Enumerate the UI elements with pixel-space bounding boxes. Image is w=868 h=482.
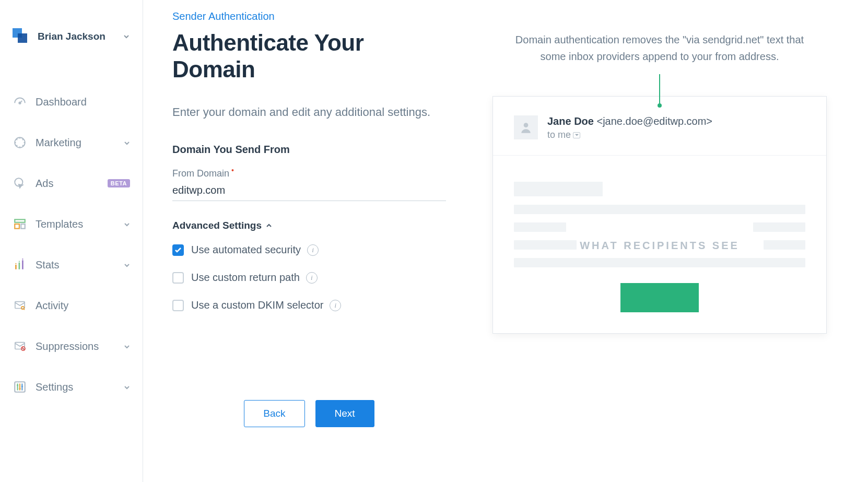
svg-point-18 [17, 384, 18, 386]
layout-icon [13, 217, 27, 231]
bar-chart-icon [13, 258, 27, 272]
skeleton-line [514, 258, 805, 267]
svg-point-22 [21, 385, 23, 387]
sidebar-item-activity[interactable]: Activity [0, 285, 143, 326]
svg-point-1 [15, 137, 25, 148]
preview-column: Domain authentication removes the "via s… [467, 10, 868, 482]
sidebar-item-settings[interactable]: Settings [0, 367, 143, 407]
checkbox-label: Use custom return path [191, 272, 300, 284]
main-nav: Dashboard Marketing Ads BETA [0, 61, 143, 407]
sidebar-item-dashboard[interactable]: Dashboard [0, 81, 143, 122]
svg-point-9 [15, 263, 16, 264]
info-icon[interactable]: i [306, 272, 318, 284]
beta-badge: BETA [108, 179, 130, 187]
sidebar-item-label: Activity [36, 300, 130, 312]
sender-email: <jane.doe@editwp.com> [597, 115, 713, 127]
info-icon[interactable]: i [330, 300, 341, 311]
svg-point-10 [19, 261, 20, 262]
mail-block-icon [13, 339, 27, 353]
sidebar-item-ads[interactable]: Ads BETA [0, 163, 143, 204]
sidebar-item-label: Ads [36, 178, 103, 190]
sidebar-item-label: Marketing [36, 137, 124, 149]
sidebar-item-templates[interactable]: Templates [0, 204, 143, 244]
advanced-settings-toggle[interactable]: Advanced Settings [172, 220, 446, 231]
option-custom-dkim: Use a custom DKIM selector i [172, 299, 446, 311]
main-content: Sender Authentication Authenticate Your … [143, 0, 868, 482]
from-domain-input[interactable] [172, 182, 446, 201]
sidebar-item-label: Templates [36, 218, 124, 230]
skeleton-line [514, 222, 566, 232]
skeleton-line [764, 240, 805, 250]
svg-rect-5 [21, 224, 25, 229]
section-label: Domain You Send From [172, 144, 446, 156]
gauge-icon [13, 95, 27, 109]
page-title: Authenticate Your Domain [172, 30, 446, 83]
mail-search-icon [13, 299, 27, 312]
option-automated-security: Use automated security i [172, 244, 446, 256]
chevron-down-icon [124, 340, 130, 352]
breadcrumb[interactable]: Sender Authentication [172, 10, 446, 22]
sidebar-item-label: Stats [36, 259, 124, 271]
back-button[interactable]: Back [244, 400, 304, 427]
option-custom-return-path: Use custom return path i [172, 272, 446, 284]
checkbox-label: Use a custom DKIM selector [191, 299, 323, 311]
dropdown-icon[interactable] [573, 132, 580, 138]
sidebar-item-label: Dashboard [36, 96, 130, 108]
email-to-line: to me [547, 130, 712, 140]
sliders-icon [13, 380, 27, 394]
required-indicator: • [231, 166, 234, 174]
chevron-down-icon [124, 381, 130, 393]
next-button[interactable]: Next [315, 400, 374, 427]
skeleton-line [514, 205, 805, 214]
checkbox-automated-security[interactable] [172, 244, 184, 256]
cta-button-placeholder [620, 283, 699, 312]
skeleton-line [514, 182, 603, 196]
user-menu[interactable]: Brian Jackson [0, 21, 143, 61]
cursor-click-icon [13, 177, 27, 190]
svg-point-20 [19, 388, 20, 390]
skeleton-line [514, 240, 577, 250]
avatar-placeholder-icon [514, 115, 538, 139]
sidebar-item-label: Suppressions [36, 340, 124, 352]
info-icon[interactable]: i [307, 244, 319, 256]
advanced-settings-label: Advanced Settings [172, 220, 262, 231]
skeleton-line [753, 222, 805, 232]
chevron-down-icon [124, 218, 130, 230]
footer-buttons: Back Next [172, 327, 446, 427]
sidebar: Brian Jackson Dashboard Marketing [0, 0, 143, 482]
sidebar-item-marketing[interactable]: Marketing [0, 122, 143, 163]
checkbox-custom-dkim[interactable] [172, 300, 184, 311]
svg-point-11 [22, 258, 23, 260]
sender-name: Jane Doe [547, 115, 594, 127]
email-from-line: Jane Doe <jane.doe@editwp.com> [547, 115, 712, 127]
email-preview-card: Jane Doe <jane.doe@editwp.com> to me [492, 96, 827, 334]
form-column: Sender Authentication Authenticate Your … [143, 10, 467, 482]
sidebar-item-label: Settings [36, 381, 124, 393]
chevron-down-icon [123, 33, 130, 40]
sidebar-item-suppressions[interactable]: Suppressions [0, 326, 143, 367]
chevron-up-icon [266, 220, 272, 231]
svg-rect-3 [15, 219, 25, 222]
checkbox-label: Use automated security [191, 244, 301, 256]
checkbox-custom-return-path[interactable] [172, 272, 184, 284]
instruction-text: Enter your domain and edit any additiona… [172, 103, 446, 121]
chevron-down-icon [124, 137, 130, 149]
svg-rect-4 [15, 224, 19, 229]
email-body: WHAT RECIPIENTS SEE [493, 156, 826, 333]
svg-point-23 [524, 123, 529, 127]
preview-description: Domain authentication removes the "via s… [503, 31, 816, 65]
sidebar-item-stats[interactable]: Stats [0, 244, 143, 285]
watermark-text: WHAT RECIPIENTS SEE [580, 240, 740, 252]
megaphone-icon [13, 136, 27, 149]
app-logo-icon [13, 28, 29, 45]
chevron-down-icon [124, 259, 130, 271]
from-domain-label: From Domain• [172, 166, 446, 179]
pointer-line-icon [659, 74, 660, 105]
user-name: Brian Jackson [38, 31, 123, 42]
